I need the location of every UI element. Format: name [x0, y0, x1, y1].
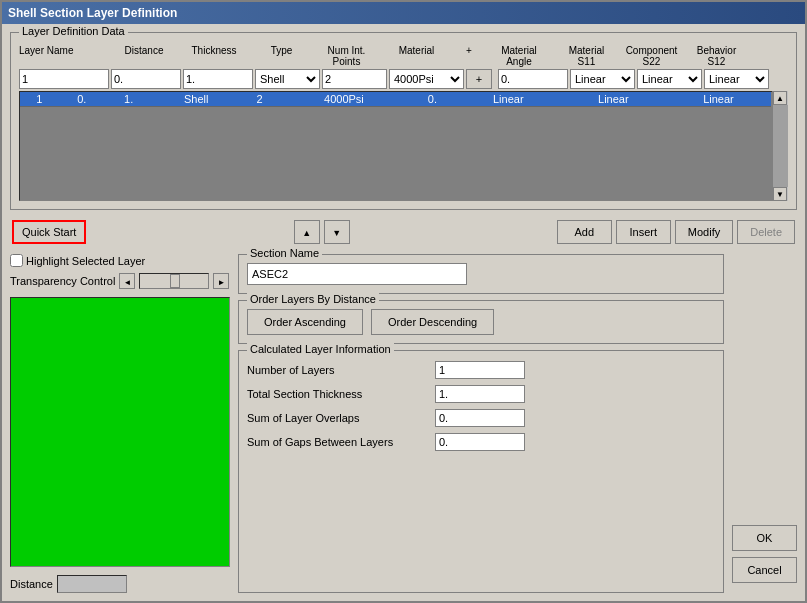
modify-button[interactable]: Modify [675, 220, 733, 244]
col-s22: ComponentS22 [619, 45, 684, 67]
num-layers-label: Number of Layers [247, 364, 427, 376]
data-table-container[interactable]: 10.1.Shell24000Psi0.LinearLinearLinear [19, 91, 788, 201]
input-layer-name[interactable] [19, 69, 109, 89]
highlight-checkbox-label[interactable]: Highlight Selected Layer [10, 254, 145, 267]
calc-info-group: Calculated Layer Information Number of L… [238, 350, 724, 593]
input-s12[interactable]: Linear Nonlinear [704, 69, 769, 89]
window-title: Shell Section Layer Definition [8, 6, 177, 20]
sum-overlaps-input[interactable] [435, 409, 525, 427]
section-name-input[interactable] [247, 263, 467, 285]
col-material: Material [379, 45, 454, 67]
transp-right-icon [217, 276, 225, 287]
action-bar: Quick Start Add Insert Modify Delete [10, 216, 797, 248]
transparency-row: Transparency Control [10, 273, 230, 289]
input-s11[interactable]: Linear Nonlinear [570, 69, 635, 89]
total-thickness-row: Total Section Thickness [247, 385, 715, 403]
input-s22[interactable]: Linear Nonlinear [637, 69, 702, 89]
col-num-int-points: Num Int.Points [314, 45, 379, 67]
sum-overlaps-label: Sum of Layer Overlaps [247, 412, 427, 424]
col-scroll-placeholder [749, 45, 765, 67]
col-layer-name: Layer Name [19, 45, 109, 67]
column-headers: Layer Name Distance Thickness Type Num I… [17, 45, 790, 67]
sum-gaps-row: Sum of Gaps Between Layers [247, 433, 715, 451]
add-button[interactable]: Add [557, 220, 612, 244]
col-type: Type [249, 45, 314, 67]
plus-button[interactable]: + [466, 69, 492, 89]
transp-right-button[interactable] [213, 273, 229, 289]
transp-left-icon [123, 276, 131, 287]
cancel-button[interactable]: Cancel [732, 557, 797, 583]
layer-def-title: Layer Definition Data [19, 25, 128, 37]
input-distance[interactable] [111, 69, 181, 89]
section-name-title: Section Name [247, 247, 322, 259]
distance-input[interactable] [57, 575, 127, 593]
ok-cancel-col: OK Cancel [732, 254, 797, 593]
distance-label: Distance [10, 578, 53, 590]
col-plus: + [454, 45, 484, 67]
scroll-down-button[interactable] [773, 187, 787, 201]
data-table: 10.1.Shell24000Psi0.LinearLinearLinear [20, 92, 771, 107]
sum-gaps-label: Sum of Gaps Between Layers [247, 436, 427, 448]
nav-up-icon [302, 227, 311, 238]
order-ascending-button[interactable]: Order Ascending [247, 309, 363, 335]
delete-button[interactable]: Delete [737, 220, 795, 244]
scrollbar[interactable] [772, 91, 788, 201]
input-row: Shell Membrane Plate 4000Psi 3000Psi Ste… [17, 69, 790, 89]
preview-green-top [11, 298, 229, 445]
main-window: Shell Section Layer Definition Layer Def… [0, 0, 807, 603]
insert-button[interactable]: Insert [616, 220, 671, 244]
input-material-angle[interactable] [498, 69, 568, 89]
calc-info-title: Calculated Layer Information [247, 343, 394, 355]
transparency-slider[interactable] [139, 273, 209, 289]
input-type[interactable]: Shell Membrane Plate [255, 69, 320, 89]
col-material-angle: MaterialAngle [484, 45, 554, 67]
total-thickness-input[interactable] [435, 385, 525, 403]
highlight-row: Highlight Selected Layer [10, 254, 230, 267]
right-panel: Section Name Order Layers By Distance Or… [238, 254, 724, 593]
order-layers-title: Order Layers By Distance [247, 293, 379, 305]
num-layers-row: Number of Layers [247, 361, 715, 379]
distance-row: Distance [10, 575, 230, 593]
nav-down-icon [332, 227, 341, 238]
table-row[interactable]: 10.1.Shell24000Psi0.LinearLinearLinear [20, 92, 771, 107]
title-bar: Shell Section Layer Definition [2, 2, 805, 24]
col-s11: MaterialS11 [554, 45, 619, 67]
quick-start-button[interactable]: Quick Start [12, 220, 86, 244]
scroll-up-button[interactable] [773, 91, 787, 105]
layer-preview [10, 297, 230, 567]
order-layers-group: Order Layers By Distance Order Ascending… [238, 300, 724, 344]
nav-down-button[interactable] [324, 220, 350, 244]
input-material[interactable]: 4000Psi 3000Psi Steel [389, 69, 464, 89]
preview-green-bottom [11, 445, 229, 566]
col-distance: Distance [109, 45, 179, 67]
num-layers-input[interactable] [435, 361, 525, 379]
transp-left-button[interactable] [119, 273, 135, 289]
sum-gaps-input[interactable] [435, 433, 525, 451]
transparency-label: Transparency Control [10, 275, 115, 287]
slider-thumb [170, 274, 180, 288]
total-thickness-label: Total Section Thickness [247, 388, 427, 400]
scroll-track [773, 105, 788, 187]
sum-overlaps-row: Sum of Layer Overlaps [247, 409, 715, 427]
highlight-checkbox[interactable] [10, 254, 23, 267]
col-thickness: Thickness [179, 45, 249, 67]
section-name-group: Section Name [238, 254, 724, 294]
order-descending-button[interactable]: Order Descending [371, 309, 494, 335]
highlight-label: Highlight Selected Layer [26, 255, 145, 267]
col-s12: BehaviorS12 [684, 45, 749, 67]
ok-button[interactable]: OK [732, 525, 797, 551]
bottom-section: Highlight Selected Layer Transparency Co… [10, 254, 797, 593]
left-panel: Highlight Selected Layer Transparency Co… [10, 254, 230, 593]
nav-up-button[interactable] [294, 220, 320, 244]
layer-def-group: Layer Definition Data Layer Name Distanc… [10, 32, 797, 210]
input-num-int-points[interactable] [322, 69, 387, 89]
input-thickness[interactable] [183, 69, 253, 89]
